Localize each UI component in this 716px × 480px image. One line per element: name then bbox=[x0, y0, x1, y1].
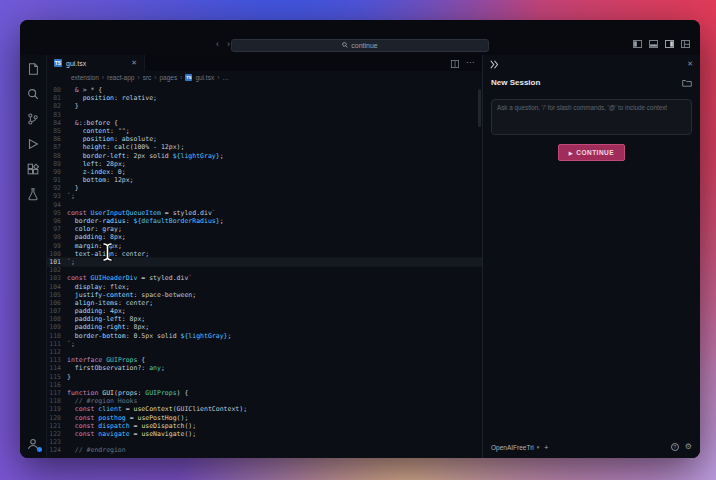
line-text: border-radius: ${defaultBorderRadius}; bbox=[67, 217, 224, 225]
code-line[interactable]: 102 bbox=[47, 266, 482, 274]
command-search-box[interactable]: continue bbox=[231, 39, 489, 52]
beaker-icon[interactable] bbox=[26, 187, 40, 201]
code-line[interactable]: 115} bbox=[47, 373, 482, 381]
line-text: `; bbox=[67, 192, 75, 200]
code-editor[interactable]: 80 & > * {81 position: relative;82 }8384… bbox=[47, 83, 482, 458]
model-select[interactable]: OpenAIFreeTri ▾ + bbox=[491, 444, 548, 451]
line-number: 96 bbox=[47, 217, 67, 225]
code-line[interactable]: 111`; bbox=[47, 340, 482, 348]
editor-scrollbar[interactable] bbox=[478, 89, 481, 127]
code-line[interactable]: 87 height: calc(100% - 12px); bbox=[47, 143, 482, 151]
customize-layout-icon[interactable] bbox=[681, 40, 690, 48]
line-number: 113 bbox=[47, 356, 67, 364]
breadcrumb-item[interactable]: … bbox=[222, 74, 229, 81]
extensions-icon[interactable] bbox=[26, 162, 40, 176]
line-text: const navigate = useNavigate(); bbox=[67, 430, 196, 438]
code-line[interactable]: 91 bottom: 12px; bbox=[47, 176, 482, 184]
explorer-icon[interactable] bbox=[26, 62, 40, 76]
code-line[interactable]: 109 padding-right: 8px; bbox=[47, 323, 482, 331]
line-number: 117 bbox=[47, 389, 67, 397]
add-model-button[interactable]: + bbox=[544, 444, 548, 451]
panel-close-icon[interactable]: ✕ bbox=[687, 60, 693, 68]
nav-forward-icon[interactable]: › bbox=[227, 40, 230, 49]
editor-group: TS gui.tsx ✕ ⋯ extension › react-app › s… bbox=[47, 55, 482, 458]
code-line[interactable]: 81 position: relative; bbox=[47, 94, 482, 102]
nav-back-icon[interactable]: ‹ bbox=[216, 40, 219, 49]
code-line[interactable]: 113interface GUIProps { bbox=[47, 356, 482, 364]
code-line[interactable]: 98 padding: 8px; bbox=[47, 233, 482, 241]
code-line[interactable]: 116 bbox=[47, 381, 482, 389]
code-line[interactable]: 120 const posthog = usePostHog(); bbox=[47, 414, 482, 422]
code-line[interactable]: 85 content: ""; bbox=[47, 127, 482, 135]
tab-close-icon[interactable]: ✕ bbox=[131, 59, 137, 67]
breadcrumb-item[interactable]: gui.tsx bbox=[195, 74, 214, 81]
code-line[interactable]: 105 justify-content: space-between; bbox=[47, 291, 482, 299]
help-icon[interactable]: ? bbox=[671, 443, 679, 451]
code-line[interactable]: 103const GUIHeaderDiv = styled.div` bbox=[47, 274, 482, 282]
account-icon[interactable] bbox=[26, 437, 40, 451]
code-line[interactable]: 83 bbox=[47, 111, 482, 119]
code-line[interactable]: 124 // #endregion bbox=[47, 446, 482, 454]
code-line[interactable]: 107 padding: 4px; bbox=[47, 307, 482, 315]
code-line[interactable]: 119 const client = useContext(GUIClientC… bbox=[47, 405, 482, 413]
breadcrumb-item[interactable]: src bbox=[143, 74, 152, 81]
toggle-secondary-sidebar-icon[interactable] bbox=[665, 40, 674, 48]
source-control-icon[interactable] bbox=[26, 112, 40, 126]
line-number: 81 bbox=[47, 94, 67, 102]
typescript-file-icon: TS bbox=[185, 74, 192, 81]
split-editor-icon[interactable] bbox=[451, 54, 459, 72]
line-text: padding: 4px; bbox=[67, 307, 126, 315]
search-sidebar-icon[interactable] bbox=[26, 87, 40, 101]
line-number: 84 bbox=[47, 119, 67, 127]
line-text: const posthog = usePostHog(); bbox=[67, 414, 188, 422]
code-line[interactable]: 108 padding-left: 8px; bbox=[47, 315, 482, 323]
line-number: 82 bbox=[47, 102, 67, 110]
code-line[interactable]: 106 align-items: center; bbox=[47, 299, 482, 307]
code-line[interactable]: 96 border-radius: ${defaultBorderRadius}… bbox=[47, 217, 482, 225]
code-line[interactable]: 82 } bbox=[47, 102, 482, 110]
line-text: & > * { bbox=[67, 86, 102, 94]
breadcrumb-item[interactable]: react-app bbox=[107, 74, 134, 81]
line-number: 86 bbox=[47, 135, 67, 143]
code-line[interactable]: 88 border-left: 2px solid ${lightGray}; bbox=[47, 152, 482, 160]
continue-button[interactable]: ▶ CONTINUE bbox=[558, 144, 625, 161]
code-line[interactable]: 121 const dispatch = useDispatch(); bbox=[47, 422, 482, 430]
panel-title: New Session bbox=[491, 78, 540, 87]
toggle-sidebar-icon[interactable] bbox=[633, 40, 642, 48]
code-line[interactable]: 95const UserInputQueueItem = styled.div` bbox=[47, 209, 482, 217]
prompt-placeholder: Ask a question, '/' for slash commands, … bbox=[497, 104, 667, 111]
code-line[interactable]: 86 position: absolute; bbox=[47, 135, 482, 143]
history-folder-icon[interactable] bbox=[682, 73, 692, 91]
prompt-input[interactable]: Ask a question, '/' for slash commands, … bbox=[491, 99, 692, 135]
code-line[interactable]: 84 &::before { bbox=[47, 119, 482, 127]
breadcrumb[interactable]: extension › react-app › src › pages › TS… bbox=[47, 71, 482, 83]
line-text: margin: 8px; bbox=[67, 242, 122, 250]
line-text: border-left: 2px solid ${lightGray}; bbox=[67, 152, 224, 160]
code-line[interactable]: 90 z-index: 0; bbox=[47, 168, 482, 176]
code-line[interactable]: 94 bbox=[47, 201, 482, 209]
more-actions-icon[interactable]: ⋯ bbox=[466, 59, 474, 67]
code-line[interactable]: 80 & > * { bbox=[47, 86, 482, 94]
code-line[interactable]: 112 bbox=[47, 348, 482, 356]
tab-gui-tsx[interactable]: TS gui.tsx ✕ bbox=[47, 55, 145, 71]
code-line[interactable]: 123 bbox=[47, 438, 482, 446]
code-line[interactable]: 122 const navigate = useNavigate(); bbox=[47, 430, 482, 438]
code-line[interactable]: 92 } bbox=[47, 184, 482, 192]
code-line[interactable]: 93`; bbox=[47, 192, 482, 200]
run-debug-icon[interactable] bbox=[26, 137, 40, 151]
gear-icon[interactable]: ⚙ bbox=[685, 443, 692, 451]
code-line[interactable]: 97 color: gray; bbox=[47, 225, 482, 233]
breadcrumb-item[interactable]: extension bbox=[71, 74, 99, 81]
code-line[interactable]: 110 border-bottom: 0.5px solid ${lightGr… bbox=[47, 332, 482, 340]
mouse-ibeam-cursor bbox=[102, 243, 113, 263]
line-number: 123 bbox=[47, 438, 67, 446]
title-bar: ‹ › continue bbox=[20, 20, 700, 55]
code-line[interactable]: 114 firstObservation?: any; bbox=[47, 364, 482, 372]
breadcrumb-item[interactable]: pages bbox=[159, 74, 177, 81]
code-line[interactable]: 104 display: flex; bbox=[47, 283, 482, 291]
code-line[interactable]: 117function GUI(props: GUIProps) { bbox=[47, 389, 482, 397]
code-line[interactable]: 89 left: 28px; bbox=[47, 160, 482, 168]
line-number: 99 bbox=[47, 242, 67, 250]
code-line[interactable]: 118 // #region Hooks bbox=[47, 397, 482, 405]
toggle-panel-icon[interactable] bbox=[649, 40, 658, 48]
